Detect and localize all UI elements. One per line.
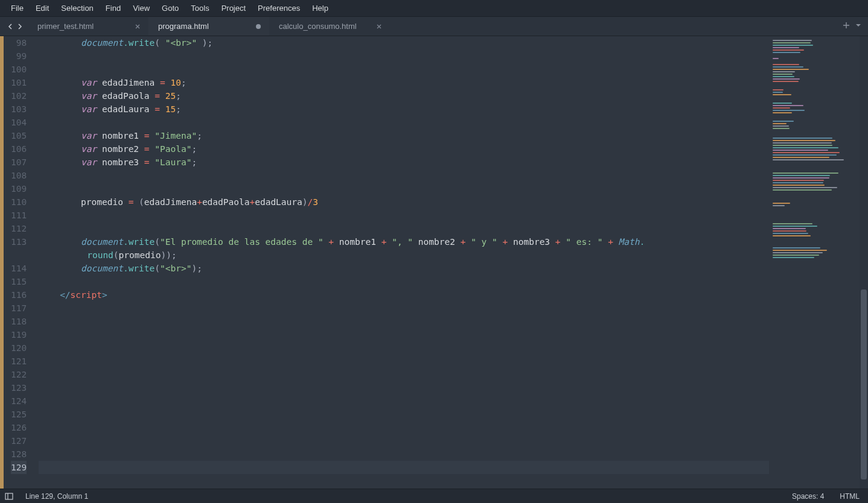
line-number: 105 bbox=[11, 129, 27, 142]
code-line bbox=[39, 315, 769, 328]
menubar: FileEditSelectionFindViewGotoToolsProjec… bbox=[0, 0, 868, 17]
minimap-line bbox=[773, 154, 837, 156]
line-number: 115 bbox=[11, 275, 27, 288]
vertical-scrollbar[interactable] bbox=[860, 36, 868, 489]
indentation-label[interactable]: Spaces: 4 bbox=[788, 492, 828, 501]
code-area[interactable]: document.write( "<br>" ); var edadJimena… bbox=[33, 36, 769, 489]
svg-rect-0 bbox=[5, 493, 13, 499]
tab-next-icon[interactable] bbox=[16, 22, 24, 31]
line-number: 106 bbox=[11, 142, 27, 156]
minimap-line bbox=[773, 150, 828, 151]
minimap-line bbox=[773, 235, 811, 236]
menu-goto[interactable]: Goto bbox=[156, 1, 185, 15]
minimap-line bbox=[773, 142, 832, 144]
line-number: 104 bbox=[11, 116, 27, 129]
code-line-wrap: round(promedio)); bbox=[39, 248, 769, 262]
code-line: document.write("El promedio de las edade… bbox=[39, 235, 769, 248]
code-line bbox=[39, 49, 769, 63]
line-number: 128 bbox=[11, 448, 27, 461]
cursor-position-label[interactable]: Line 129, Column 1 bbox=[22, 492, 92, 501]
minimap[interactable] bbox=[769, 36, 860, 489]
line-number: 117 bbox=[11, 302, 27, 315]
menu-edit[interactable]: Edit bbox=[30, 1, 55, 15]
code-line bbox=[39, 461, 769, 474]
menu-file[interactable]: File bbox=[5, 1, 30, 15]
tab-primer_test-html[interactable]: primer_test.html bbox=[28, 17, 148, 36]
minimap-line bbox=[773, 94, 791, 95]
minimap-line bbox=[773, 159, 844, 160]
minimap-line bbox=[773, 40, 812, 41]
minimap-line bbox=[773, 152, 840, 153]
editor: 9899100101102103104105106107108109110111… bbox=[0, 36, 868, 489]
minimap-line bbox=[773, 45, 813, 46]
menu-preferences[interactable]: Preferences bbox=[252, 1, 306, 15]
code-line bbox=[39, 328, 769, 341]
minimap-line bbox=[773, 66, 803, 68]
minimap-line bbox=[773, 78, 800, 80]
code-line bbox=[39, 421, 769, 434]
minimap-line bbox=[773, 123, 787, 124]
line-number: 107 bbox=[11, 156, 27, 169]
tab-actions bbox=[843, 17, 868, 36]
minimap-line bbox=[773, 233, 808, 234]
minimap-line bbox=[773, 140, 835, 141]
code-line bbox=[39, 63, 769, 76]
menu-view[interactable]: View bbox=[127, 1, 156, 15]
minimap-line bbox=[773, 103, 792, 104]
code-line bbox=[39, 355, 769, 368]
code-line: var edadLaura = 15; bbox=[39, 103, 769, 116]
line-number: 102 bbox=[11, 89, 27, 103]
line-number: 101 bbox=[11, 76, 27, 89]
line-number: 103 bbox=[11, 103, 27, 116]
line-number: 124 bbox=[11, 394, 27, 408]
minimap-line bbox=[773, 89, 783, 90]
minimap-line bbox=[773, 49, 804, 51]
tab-menu-icon[interactable] bbox=[855, 22, 862, 31]
menu-find[interactable]: Find bbox=[100, 1, 127, 15]
line-number: 120 bbox=[11, 341, 27, 355]
code-line bbox=[39, 394, 769, 408]
code-line: var edadPaola = 25; bbox=[39, 89, 769, 103]
tab-close-icon[interactable] bbox=[374, 22, 384, 31]
tabs: primer_test.htmlprograma.htmlcalculo_con… bbox=[28, 17, 843, 36]
tab-calculo_consumo-html[interactable]: calculo_consumo.html bbox=[269, 17, 390, 36]
code-line bbox=[39, 448, 769, 461]
code-line: var nombre2 = "Paola"; bbox=[39, 142, 769, 156]
line-number: 110 bbox=[11, 195, 27, 209]
tab-close-icon[interactable] bbox=[133, 22, 142, 31]
tab-programa-html[interactable]: programa.html bbox=[148, 17, 269, 36]
line-number: 114 bbox=[11, 262, 27, 275]
panel-toggle-icon[interactable] bbox=[5, 492, 13, 501]
code-line bbox=[39, 408, 769, 421]
code-line bbox=[39, 434, 769, 448]
minimap-line bbox=[773, 128, 790, 129]
minimap-line bbox=[773, 257, 814, 258]
minimap-line bbox=[773, 175, 830, 176]
code-line bbox=[39, 368, 769, 381]
minimap-line bbox=[773, 189, 832, 191]
line-number: 98 bbox=[11, 36, 27, 49]
line-number: 100 bbox=[11, 63, 27, 76]
minimap-line bbox=[773, 112, 792, 113]
menu-project[interactable]: Project bbox=[215, 1, 252, 15]
minimap-line bbox=[773, 147, 838, 148]
minimap-line bbox=[773, 121, 794, 122]
line-number: 122 bbox=[11, 368, 27, 381]
menu-selection[interactable]: Selection bbox=[55, 1, 99, 15]
line-number: 119 bbox=[11, 328, 27, 341]
line-number: 118 bbox=[11, 315, 27, 328]
line-number: 109 bbox=[11, 182, 27, 195]
minimap-line bbox=[773, 47, 799, 48]
scrollbar-thumb[interactable] bbox=[861, 289, 867, 479]
line-number: 126 bbox=[11, 421, 27, 434]
new-tab-icon[interactable] bbox=[843, 22, 850, 31]
tab-label: calculo_consumo.html bbox=[279, 22, 368, 31]
minimap-line bbox=[773, 187, 837, 188]
syntax-label[interactable]: HTML bbox=[836, 492, 863, 501]
tab-prev-icon[interactable] bbox=[6, 22, 14, 31]
line-number: 127 bbox=[11, 434, 27, 448]
minimap-line bbox=[773, 81, 799, 82]
menu-help[interactable]: Help bbox=[306, 1, 334, 15]
minimap-line bbox=[773, 125, 789, 127]
menu-tools[interactable]: Tools bbox=[185, 1, 215, 15]
